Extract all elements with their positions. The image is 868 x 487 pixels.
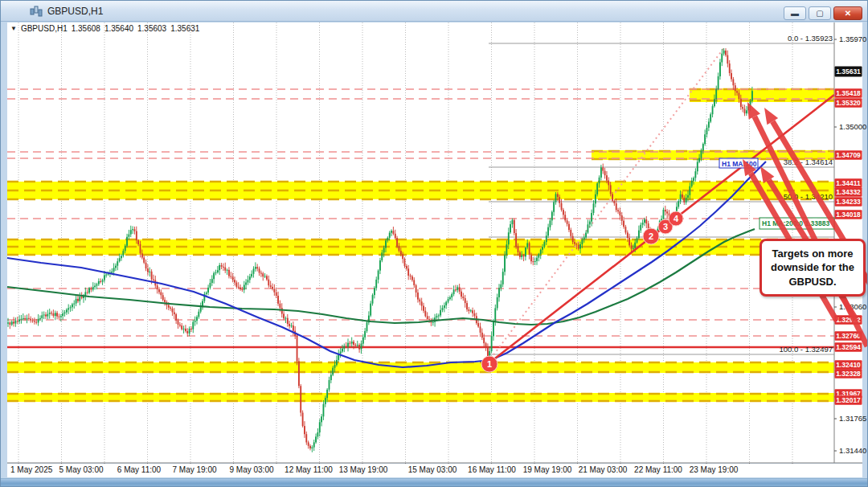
window-titlebar[interactable]: GBPUSD,H1 ▬ ▢ ✕ — [1, 1, 867, 22]
candlestick-chart-icon — [30, 6, 43, 17]
time-axis-label: 13 May 19:00 — [339, 465, 388, 474]
price-badge: 1.34709 — [835, 150, 862, 160]
svg-text:1.32760: 1.32760 — [836, 332, 861, 340]
annotation-text-box[interactable]: Targets on more downside for the GBPUSD. — [760, 239, 866, 297]
info-high: 1.35640 — [104, 24, 133, 33]
svg-text:1.32410: 1.32410 — [836, 361, 861, 369]
svg-text:3: 3 — [663, 222, 668, 231]
info-open: 1.35608 — [72, 24, 100, 33]
svg-text:38.2 - 1.34614: 38.2 - 1.34614 — [784, 158, 833, 166]
time-axis[interactable]: 1 May 20255 May 03:006 May 11:007 May 19… — [7, 464, 862, 477]
svg-text:1.31765: 1.31765 — [839, 414, 866, 423]
svg-text:1.34233: 1.34233 — [836, 198, 861, 206]
restore-icon: ▢ — [816, 10, 823, 18]
time-axis-label: 16 May 11:00 — [468, 465, 516, 474]
time-axis-label: 23 May 19:00 — [690, 465, 739, 474]
price-badge: 1.32328 — [835, 369, 862, 379]
svg-text:1.32594: 1.32594 — [836, 343, 861, 351]
price-badge: 1.32017 — [835, 395, 862, 405]
info-low: 1.35603 — [137, 24, 166, 33]
svg-text:0.0 - 1.35923: 0.0 - 1.35923 — [788, 34, 833, 43]
time-axis-label: 21 May 03:00 — [579, 465, 628, 474]
time-axis-label: 19 May 19:00 — [523, 465, 572, 474]
price-badge: 1.34332 — [835, 187, 862, 197]
svg-text:1.35320: 1.35320 — [836, 99, 861, 107]
close-button[interactable]: ✕ — [833, 6, 862, 20]
price-badge: 1.34018 — [835, 210, 862, 219]
svg-text:100.0 - 1.32497: 100.0 - 1.32497 — [779, 345, 833, 354]
svg-text:1.31440: 1.31440 — [839, 446, 866, 455]
svg-text:1.35970: 1.35970 — [839, 35, 866, 43]
svg-text:1.32328: 1.32328 — [836, 370, 861, 378]
info-symbol: GBPUSD,H1 — [21, 24, 68, 33]
svg-text:1.34709: 1.34709 — [836, 151, 861, 159]
svg-text:4: 4 — [674, 214, 679, 223]
collapse-arrow-icon[interactable]: ▼ — [10, 25, 17, 32]
svg-text:1: 1 — [487, 359, 492, 369]
price-badge: 1.35631 — [835, 67, 862, 77]
price-badge: 1.34233 — [835, 197, 862, 207]
restore-button[interactable]: ▢ — [809, 6, 831, 20]
minimize-button[interactable]: ▬ — [784, 6, 806, 20]
chart-window: GBPUSD,H1 ▬ ▢ ✕ 0.0 - 1.3592338.2 - 1.34… — [0, 0, 868, 487]
time-axis-label: 9 May 03:00 — [229, 465, 273, 474]
time-axis-label: 6 May 11:00 — [117, 465, 161, 474]
svg-text:1.35000: 1.35000 — [839, 122, 866, 131]
info-close: 1.35631 — [170, 24, 199, 33]
price-badge: 1.35418 — [835, 88, 862, 98]
svg-text:1.34332: 1.34332 — [836, 188, 861, 196]
time-axis-label: 7 May 19:00 — [172, 465, 216, 474]
window-title: GBPUSD,H1 — [47, 6, 103, 17]
ohlc-info-bar: ▼ GBPUSD,H1 1.35608 1.35640 1.35603 1.35… — [10, 24, 199, 33]
ma-100-label: H1 MA:100 — [719, 158, 758, 168]
svg-text:1.35418: 1.35418 — [836, 89, 861, 97]
svg-text:2: 2 — [649, 231, 653, 241]
minimize-icon: ▬ — [791, 10, 799, 18]
price-badge: 1.35320 — [835, 98, 862, 108]
time-axis-label: 12 May 11:00 — [285, 465, 333, 474]
time-axis-label: 5 May 03:00 — [59, 465, 103, 474]
time-axis-label: 15 May 03:00 — [408, 465, 457, 474]
window-bottom-frame — [1, 478, 867, 486]
chart-surface[interactable]: 0.0 - 1.3592338.2 - 1.3461450.0 - 1.3421… — [1, 22, 868, 487]
time-axis-label: 1 May 2025 — [10, 465, 52, 474]
price-badge: 1.34411 — [835, 178, 862, 188]
price-badge: 1.32410 — [835, 360, 862, 370]
svg-text:1.35631: 1.35631 — [836, 68, 861, 76]
price-badge: 1.32594 — [835, 342, 862, 352]
close-icon: ✕ — [845, 10, 851, 18]
annotation-text: Targets on more downside for the GBPUSD. — [765, 247, 860, 289]
svg-text:1.34018: 1.34018 — [836, 211, 861, 219]
time-axis-label: 22 May 11:00 — [634, 465, 682, 474]
svg-text:1.34411: 1.34411 — [836, 179, 861, 187]
svg-text:1.32017: 1.32017 — [836, 396, 861, 404]
